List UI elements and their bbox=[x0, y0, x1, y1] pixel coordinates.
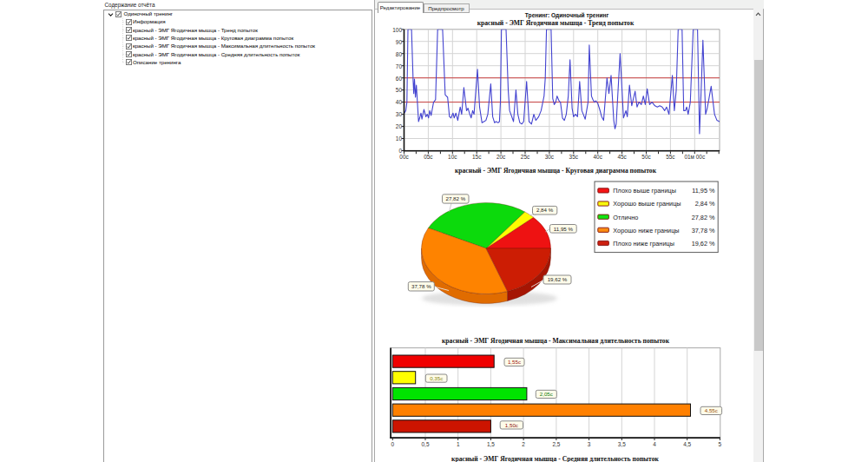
svg-text:Тренинг: Одиночный тренинг: Тренинг: Одиночный тренинг bbox=[525, 12, 609, 19]
svg-text:37,78 %: 37,78 % bbox=[411, 283, 431, 289]
svg-text:20с: 20с bbox=[496, 154, 506, 160]
svg-text:0,5: 0,5 bbox=[422, 441, 430, 447]
svg-text:3: 3 bbox=[588, 441, 591, 447]
svg-text:27,82 %: 27,82 % bbox=[692, 214, 715, 221]
svg-text:2,84 %: 2,84 % bbox=[536, 207, 554, 213]
svg-text:1,55с: 1,55с bbox=[508, 359, 521, 365]
svg-text:Отлично: Отлично bbox=[613, 214, 638, 221]
svg-text:1,50с: 1,50с bbox=[505, 422, 518, 428]
svg-text:красный - ЭМГ Ягодичная мышца: красный - ЭМГ Ягодичная мышца - Средняя … bbox=[451, 455, 660, 462]
svg-text:красный - ЭМГ Ягодичная мышца: красный - ЭМГ Ягодичная мышца - Тренд по… bbox=[477, 19, 635, 27]
svg-text:10: 10 bbox=[396, 135, 403, 142]
svg-text:05с: 05с bbox=[424, 154, 433, 160]
svg-text:Плохо ниже границы: Плохо ниже границы bbox=[613, 240, 674, 248]
svg-text:100: 100 bbox=[392, 27, 402, 33]
svg-text:0,35с: 0,35с bbox=[430, 375, 443, 381]
svg-text:19,62 %: 19,62 % bbox=[548, 276, 568, 282]
svg-text:00с: 00с bbox=[399, 154, 409, 160]
svg-text:27,82 %: 27,82 % bbox=[445, 195, 465, 201]
svg-text:19,62 %: 19,62 % bbox=[692, 240, 715, 248]
svg-text:Плохо выше границы: Плохо выше границы bbox=[613, 187, 676, 195]
svg-text:1: 1 bbox=[457, 441, 460, 447]
svg-text:1,5: 1,5 bbox=[487, 441, 495, 447]
svg-text:5: 5 bbox=[719, 441, 722, 447]
svg-text:Хорошо ниже границы: Хорошо ниже границы bbox=[613, 227, 679, 234]
svg-text:40: 40 bbox=[396, 99, 403, 105]
svg-text:80: 80 bbox=[396, 51, 403, 57]
svg-text:4,55с: 4,55с bbox=[705, 407, 718, 413]
svg-text:30с: 30с bbox=[545, 154, 555, 160]
svg-text:2,05с: 2,05с bbox=[540, 391, 553, 397]
svg-text:37,78 %: 37,78 % bbox=[692, 227, 715, 234]
svg-text:4,5: 4,5 bbox=[683, 441, 691, 447]
svg-text:25с: 25с bbox=[521, 154, 530, 160]
svg-text:45с: 45с bbox=[617, 154, 627, 160]
svg-text:15с: 15с bbox=[472, 154, 482, 160]
svg-text:70: 70 bbox=[396, 63, 403, 69]
svg-text:2,5: 2,5 bbox=[552, 441, 560, 447]
svg-text:3,5: 3,5 bbox=[618, 441, 626, 447]
svg-text:2,84 %: 2,84 % bbox=[695, 200, 715, 208]
svg-text:2: 2 bbox=[522, 441, 525, 447]
svg-text:20: 20 bbox=[396, 123, 403, 129]
svg-text:красный - ЭМГ Ягодичная мышца: красный - ЭМГ Ягодичная мышца - Максимал… bbox=[442, 337, 670, 345]
svg-text:01м 00с: 01м 00с bbox=[684, 154, 706, 160]
svg-text:90: 90 bbox=[396, 39, 403, 45]
svg-text:55с: 55с bbox=[666, 154, 675, 160]
svg-text:11,95 %: 11,95 % bbox=[692, 187, 715, 195]
svg-text:35с: 35с bbox=[569, 154, 579, 160]
svg-text:10с: 10с bbox=[448, 154, 457, 160]
svg-text:0: 0 bbox=[391, 441, 395, 447]
svg-text:50: 50 bbox=[396, 87, 403, 93]
svg-text:30: 30 bbox=[396, 111, 403, 117]
svg-text:11,95 %: 11,95 % bbox=[554, 226, 574, 232]
svg-text:Хорошо выше границы: Хорошо выше границы bbox=[613, 200, 681, 208]
svg-text:4: 4 bbox=[653, 441, 656, 447]
svg-text:красный - ЭМГ Ягодичная мышца: красный - ЭМГ Ягодичная мышца - Круговая… bbox=[455, 167, 657, 175]
svg-text:40с: 40с bbox=[594, 154, 603, 160]
svg-text:60: 60 bbox=[396, 76, 403, 82]
svg-text:50с: 50с bbox=[641, 154, 651, 160]
